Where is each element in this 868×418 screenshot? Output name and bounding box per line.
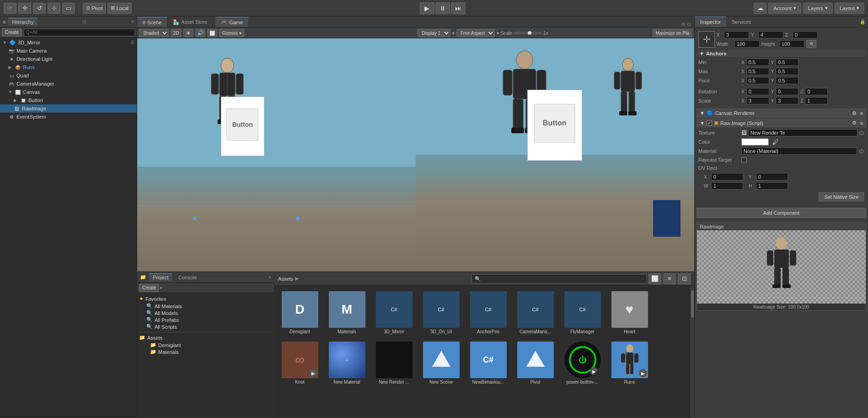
scale-y-field[interactable] bbox=[776, 97, 798, 104]
asset-view-btn2[interactable]: ≡ bbox=[663, 273, 676, 284]
rot-z-field[interactable] bbox=[805, 88, 828, 95]
asset-pivot[interactable]: Pivot bbox=[514, 340, 557, 386]
rect-r-btn[interactable]: R bbox=[806, 40, 816, 48]
move-tool-btn[interactable]: ✛ bbox=[18, 3, 31, 14]
asset-new-render[interactable]: New Render ... bbox=[372, 340, 416, 386]
hier-root-item[interactable]: ▼ 🔷 3D_Mirror ☰ bbox=[0, 38, 137, 47]
scale-handle[interactable] bbox=[528, 31, 531, 35]
aspect-dropdown[interactable]: Free Aspect bbox=[456, 29, 495, 37]
maximize-btn[interactable]: Maximize on Pla bbox=[653, 29, 692, 37]
color-swatch[interactable] bbox=[741, 138, 769, 146]
handle-left[interactable] bbox=[193, 217, 197, 220]
color-picker-icon[interactable]: 🖊 bbox=[772, 138, 779, 146]
rect-tool-btn[interactable]: ▭ bbox=[62, 3, 75, 14]
asset-materials[interactable]: M Materials bbox=[325, 289, 369, 336]
hier-item-rawimage[interactable]: 🖼 RawImage bbox=[0, 104, 137, 113]
canvas-renderer-menu-icon[interactable]: ≡ bbox=[860, 110, 863, 116]
uv-h-field[interactable] bbox=[756, 182, 788, 190]
fx-icon-btn[interactable]: ⬜ bbox=[207, 29, 217, 37]
scene-tab[interactable]: # Scene bbox=[137, 17, 167, 27]
display-dropdown[interactable]: Display 1 bbox=[418, 29, 450, 37]
hierarchy-menu-icon[interactable]: ≡ bbox=[131, 19, 134, 24]
anchor-min-x[interactable] bbox=[746, 59, 769, 66]
project-menu-icon[interactable]: ≡ bbox=[268, 275, 271, 280]
anchor-max-x[interactable] bbox=[746, 68, 769, 75]
raw-image-check[interactable]: ✓ bbox=[707, 120, 712, 126]
breadcrumb-assets[interactable]: Assets bbox=[278, 276, 293, 282]
asset-cameramanager[interactable]: C# CameraManа... bbox=[514, 289, 557, 336]
audio-icon-btn[interactable]: 🔊 bbox=[195, 29, 205, 37]
uv-y-field[interactable] bbox=[756, 173, 788, 180]
inspector-tab[interactable]: Inspector bbox=[695, 16, 726, 27]
tab-menu-icon[interactable]: ⊟ bbox=[681, 22, 685, 27]
hier-item-button[interactable]: ▶ 🔲 Button bbox=[0, 96, 137, 104]
favorites-header[interactable]: ★ Favorites bbox=[139, 295, 272, 303]
asset-view-btn1[interactable]: ⬜ bbox=[648, 273, 661, 284]
game-tab[interactable]: 🎮 Game bbox=[215, 17, 249, 27]
proj-materials[interactable]: 📁 Materials bbox=[139, 348, 272, 355]
pos-z-field[interactable] bbox=[793, 31, 818, 38]
hierarchy-tab[interactable]: Hierarchy bbox=[8, 18, 37, 26]
anchor-max-y[interactable] bbox=[776, 68, 798, 75]
rot-x-field[interactable] bbox=[746, 88, 769, 95]
height-field[interactable] bbox=[779, 40, 804, 48]
local-button[interactable]: ⊞ Local bbox=[107, 3, 131, 14]
raw-image-menu-icon[interactable]: ≡ bbox=[860, 120, 863, 126]
asset-power-button[interactable]: ⏻ ▶ power-button-... bbox=[561, 340, 604, 386]
project-create-btn[interactable]: Create bbox=[139, 284, 159, 292]
play-button[interactable]: ▶ bbox=[420, 2, 434, 14]
sun-icon-btn[interactable]: ☀ bbox=[183, 29, 193, 37]
texture-circle-icon[interactable]: ⊙ bbox=[859, 129, 864, 136]
handle-right[interactable] bbox=[296, 217, 300, 220]
asset-heart[interactable]: ♥ Heart bbox=[608, 289, 651, 336]
project-tab[interactable]: Project bbox=[149, 273, 172, 281]
hierarchy-search-input[interactable] bbox=[24, 29, 135, 36]
raw-image-settings-icon[interactable]: ⚙ bbox=[852, 120, 857, 126]
anchor-diagram[interactable]: ✛ bbox=[698, 31, 715, 48]
shading-dropdown[interactable]: Shaded bbox=[139, 29, 169, 37]
scroll-thumb[interactable] bbox=[691, 290, 694, 318]
asset-search-input[interactable] bbox=[472, 274, 647, 283]
width-field[interactable] bbox=[734, 40, 760, 48]
proj-all-prefabs[interactable]: 🔍 All Prefabs bbox=[139, 316, 272, 323]
asset-knot[interactable]: ∞ ▶ Knot bbox=[278, 340, 321, 386]
hier-item-dir-light[interactable]: ☀ Directional Light bbox=[0, 55, 137, 63]
game-canvas[interactable]: Button bbox=[416, 38, 694, 271]
pos-y-field[interactable] bbox=[758, 31, 783, 38]
material-circle-icon[interactable]: ⊙ bbox=[859, 147, 864, 155]
material-field[interactable] bbox=[741, 147, 857, 155]
asset-anchorpos[interactable]: C# AnchorPos bbox=[466, 289, 510, 336]
hier-item-main-camera[interactable]: 📷 Main Camera bbox=[0, 47, 137, 55]
canvas-renderer-settings-icon[interactable]: ⚙ bbox=[852, 110, 857, 116]
hier-item-canvas[interactable]: ▼ ⬜ Canvas bbox=[0, 88, 137, 96]
hier-item-quad[interactable]: ▭ Quad bbox=[0, 71, 137, 80]
cloud-button[interactable]: ☁ bbox=[754, 3, 766, 14]
anchors-header[interactable]: ▼ Anchors bbox=[697, 50, 866, 58]
pause-button[interactable]: ⏸ bbox=[435, 2, 450, 14]
asset-3don-ui[interactable]: C# 3D_On_UI bbox=[419, 289, 463, 336]
canvas-renderer-header[interactable]: ▼ 🔵 Canvas Renderer ⚙ ≡ bbox=[697, 109, 866, 118]
proj-all-models[interactable]: 🔍 All Models bbox=[139, 309, 272, 316]
account-button[interactable]: Account ▾ bbox=[768, 3, 801, 14]
asset-runs[interactable]: ▶ Runs bbox=[608, 340, 651, 386]
2d-toggle[interactable]: 2D bbox=[171, 29, 182, 37]
asset-menu-btn[interactable]: ⊡ bbox=[678, 273, 691, 284]
scene-canvas[interactable]: Button bbox=[137, 38, 416, 271]
uv-x-field[interactable] bbox=[711, 173, 743, 180]
assets-header[interactable]: 📁 Assets bbox=[139, 334, 272, 342]
raycast-checkbox[interactable] bbox=[741, 157, 747, 163]
layers-button[interactable]: Layers ▾ bbox=[803, 3, 833, 14]
anchor-min-y[interactable] bbox=[776, 59, 798, 66]
texture-field[interactable] bbox=[748, 129, 857, 136]
step-button[interactable]: ⏭ bbox=[451, 2, 466, 14]
raw-image-header[interactable]: ▼ ✓ ▣ Raw Image (Script) ⚙ ≡ bbox=[697, 119, 866, 127]
uv-w-field[interactable] bbox=[711, 182, 743, 190]
proj-demigiant[interactable]: 📁 Demigiant bbox=[139, 342, 272, 348]
scale-slider[interactable] bbox=[514, 32, 541, 34]
inspector-lock-icon[interactable]: 🔒 bbox=[857, 19, 868, 24]
hierarchy-lock-icon[interactable]: ⊡ bbox=[82, 19, 86, 24]
proj-all-materials[interactable]: 🔍 All Materials bbox=[139, 303, 272, 309]
asset-flymanager[interactable]: C# FlyManager bbox=[561, 289, 604, 336]
asset-demigiant[interactable]: D Demigiant bbox=[278, 289, 321, 336]
pivot-button[interactable]: ⊙ Pivot bbox=[83, 3, 106, 14]
